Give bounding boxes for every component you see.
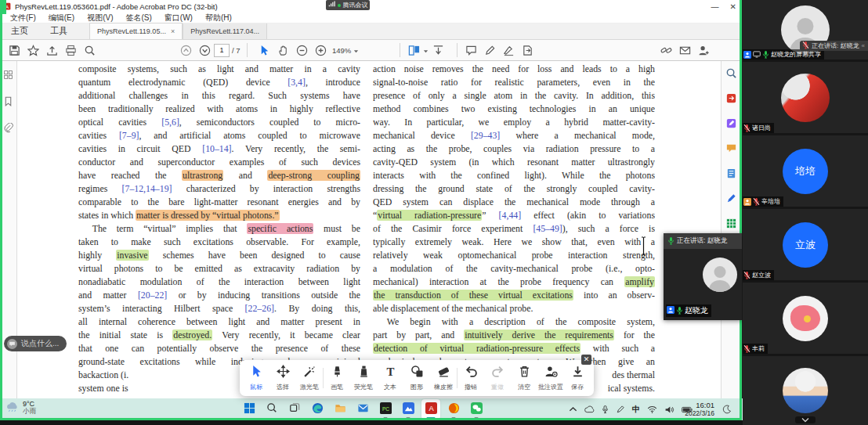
annot-text-button[interactable]: T文本 bbox=[377, 365, 403, 391]
tray-tray-mic-icon[interactable] bbox=[602, 405, 609, 414]
taskbar-mail-icon[interactable] bbox=[353, 399, 372, 420]
annot-highlighter-button[interactable]: 荧光笔 bbox=[350, 365, 377, 391]
participant-tile-4[interactable]: 立波赵立波 bbox=[743, 209, 868, 280]
export-icon[interactable] bbox=[518, 41, 537, 59]
more-participants-chevron[interactable] bbox=[795, 416, 816, 423]
rs-excel-icon[interactable] bbox=[725, 218, 737, 232]
save-icon[interactable] bbox=[5, 41, 24, 59]
tab-home[interactable]: 主页 bbox=[0, 23, 39, 39]
menu-file[interactable]: 文件(F) bbox=[5, 13, 42, 23]
annot-shapes-button[interactable]: 图形 bbox=[403, 365, 430, 391]
menu-window[interactable]: 窗口(W) bbox=[159, 13, 198, 23]
annotation-close-button[interactable]: ✕ bbox=[581, 355, 591, 365]
annot-redo-button[interactable]: 重做 bbox=[484, 365, 511, 391]
menu-help[interactable]: 帮助(H) bbox=[200, 13, 237, 23]
pageview-icon[interactable] bbox=[404, 41, 423, 59]
taskbar-acrobat-icon[interactable]: A bbox=[421, 399, 440, 420]
menu-sign[interactable]: 签名(S) bbox=[120, 13, 157, 23]
zoom-caret-icon[interactable] bbox=[353, 43, 359, 57]
star-icon[interactable] bbox=[24, 41, 42, 59]
annot-save-button[interactable]: 保存 bbox=[564, 365, 591, 391]
doc-tab-119[interactable]: PhysRevLett.119.05...× bbox=[89, 23, 183, 39]
citation-link[interactable]: [20–22] bbox=[138, 290, 167, 301]
participant-tile-5[interactable]: 丰莉 bbox=[743, 283, 868, 354]
rs-search-icon[interactable] bbox=[725, 67, 737, 82]
rs-pen-icon[interactable] bbox=[725, 193, 737, 207]
annot-eraser-button[interactable]: 橡皮擦 bbox=[430, 365, 457, 391]
taskbar-clock[interactable]: 16:01 2022/3/16 bbox=[667, 401, 714, 418]
participant-tile-6[interactable] bbox=[743, 356, 868, 425]
rs-edit-icon[interactable] bbox=[725, 117, 737, 132]
close-button[interactable]: ✕ bbox=[730, 2, 736, 11]
weather-widget[interactable]: 9°C 小雨 bbox=[5, 400, 36, 416]
comment-icon[interactable] bbox=[461, 41, 480, 59]
taskbar-wechat-icon[interactable] bbox=[467, 399, 486, 420]
taskbar-search-icon[interactable] bbox=[262, 399, 281, 420]
pageview-caret-icon[interactable] bbox=[423, 43, 429, 57]
citation-link[interactable]: [7–12,14–19] bbox=[122, 183, 172, 194]
chat-quick-pill[interactable]: 说点什么... bbox=[4, 336, 67, 351]
nav-down-icon[interactable] bbox=[195, 41, 214, 59]
annot-mouse-button[interactable]: 鼠标 bbox=[243, 365, 269, 391]
participant-tile-3[interactable]: 培培辛培培 bbox=[743, 135, 868, 207]
rs-export-icon[interactable] bbox=[725, 92, 737, 107]
speaker-mini-window[interactable]: 正在讲话: 赵晓龙 赵晓龙 bbox=[664, 233, 742, 320]
annot-select-button[interactable]: 选择 bbox=[269, 365, 296, 391]
doc-tab-117[interactable]: PhysRevLett.117.04... bbox=[183, 23, 267, 39]
tray-onedrive-icon[interactable] bbox=[584, 405, 595, 413]
annot-pen-button[interactable]: 画笔 bbox=[324, 365, 350, 391]
citation-link[interactable]: [45–49] bbox=[533, 223, 562, 234]
menu-edit[interactable]: 编辑(E) bbox=[43, 13, 80, 23]
hand-icon[interactable] bbox=[273, 41, 292, 59]
clip-icon[interactable] bbox=[3, 122, 13, 136]
minimize-button[interactable]: — bbox=[711, 2, 719, 11]
citation-link[interactable]: [22–26] bbox=[245, 303, 274, 314]
taskbar-edge-icon[interactable] bbox=[308, 399, 327, 420]
search-icon[interactable] bbox=[80, 41, 99, 59]
upload-icon[interactable] bbox=[42, 41, 61, 59]
thumbs-icon[interactable] bbox=[3, 69, 13, 83]
citation-link[interactable]: [10–14] bbox=[202, 143, 231, 154]
tab-tools[interactable]: 工具 bbox=[39, 23, 78, 39]
taskbar-firefox-icon[interactable] bbox=[444, 399, 463, 420]
citation-link[interactable]: [5,6] bbox=[161, 117, 179, 128]
annot-undo-button[interactable]: 撤销 bbox=[458, 365, 484, 391]
print-icon[interactable] bbox=[61, 41, 80, 59]
tray-windows-ink-icon[interactable] bbox=[616, 405, 625, 414]
bookmark-icon[interactable] bbox=[3, 95, 13, 110]
page-number-input[interactable]: 1 bbox=[214, 44, 230, 57]
meeting-toolbar-pill[interactable]: 腾讯会议 bbox=[326, 0, 370, 10]
top-speaker-bar[interactable]: 正在讲话: 赵晓龙 « bbox=[800, 41, 868, 51]
rs-scan-icon[interactable] bbox=[725, 167, 737, 182]
menu-view[interactable]: 视图(V) bbox=[81, 13, 118, 23]
tray-wifi-icon[interactable] bbox=[647, 405, 657, 413]
tab-close-icon[interactable]: × bbox=[171, 27, 175, 35]
citation-link[interactable]: [3,4] bbox=[288, 77, 306, 88]
taskbar-file-explorer-icon[interactable] bbox=[331, 399, 349, 420]
zoom-in-icon[interactable] bbox=[311, 41, 330, 59]
rs-comment-icon[interactable] bbox=[725, 142, 737, 157]
sign-icon[interactable] bbox=[499, 41, 518, 59]
annot-clear-button[interactable]: 清空 bbox=[511, 365, 537, 391]
nav-up-icon[interactable] bbox=[176, 41, 195, 59]
cursor-icon[interactable] bbox=[255, 41, 273, 59]
adduser-icon[interactable] bbox=[694, 41, 713, 59]
link-icon[interactable] bbox=[656, 41, 675, 59]
zoom-out-icon[interactable] bbox=[292, 41, 311, 59]
annot-annot-settings-button[interactable]: 批注设置 bbox=[537, 365, 564, 391]
zoom-level[interactable]: 149% bbox=[330, 46, 353, 55]
fitwidth-icon[interactable] bbox=[429, 41, 447, 59]
taskbar-meeting-app-icon[interactable] bbox=[399, 399, 418, 420]
focus-assist-moon-icon[interactable] bbox=[722, 403, 732, 417]
participant-tile-2[interactable]: 诸日尚 bbox=[743, 62, 868, 133]
tray-ime-icon[interactable]: 中 bbox=[632, 404, 640, 415]
mail-icon[interactable] bbox=[675, 41, 694, 59]
annot-laser-pen-button[interactable]: 激光笔 bbox=[296, 365, 323, 391]
tray-tray-chevron-icon[interactable] bbox=[569, 406, 577, 412]
taskbar-pycharm-icon[interactable]: PC bbox=[376, 399, 395, 420]
citation-link[interactable]: [29–43] bbox=[471, 130, 500, 141]
pencil-icon[interactable] bbox=[480, 41, 499, 59]
taskbar-task-view-icon[interactable] bbox=[285, 399, 304, 420]
citation-link[interactable]: [7–9] bbox=[119, 130, 139, 141]
taskbar-start-icon[interactable] bbox=[240, 399, 259, 420]
